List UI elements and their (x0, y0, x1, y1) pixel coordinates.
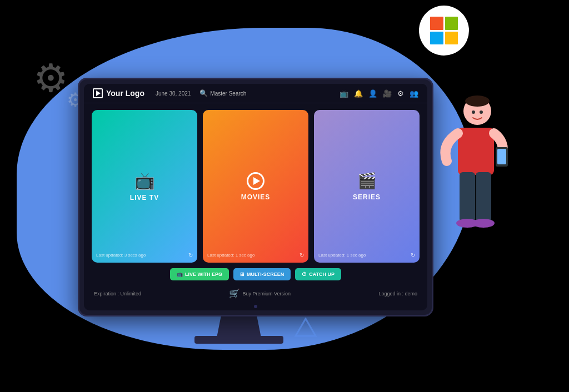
user-icon[interactable]: 👤 (368, 89, 377, 98)
movies-play-circle (247, 172, 264, 190)
person-illustration (425, 89, 513, 280)
settings-icon[interactable]: ⚙ (397, 89, 404, 98)
action-buttons-row: 📺 LIVE WITH EPG ⊞ MULTI-SCREEN ⏱ CATCH U… (92, 268, 420, 280)
screen: Your Logo June 30, 2021 🔍 Master Search … (84, 84, 427, 310)
live-tv-refresh-icon: ↻ (188, 252, 193, 258)
live-tv-label: LIVE TV (130, 194, 159, 202)
svg-point-2 (465, 96, 490, 107)
monitor-stand (217, 315, 261, 338)
svg-marker-0 (296, 319, 316, 336)
svg-rect-7 (476, 172, 491, 222)
logo-text: Your Logo (106, 89, 144, 98)
gear-decoration-1: ⚙ (33, 56, 68, 101)
logged-in-text: Logged in : demo (378, 291, 417, 296)
expiration-text: Expiration : Unlimited (94, 291, 141, 296)
live-epg-button[interactable]: 📺 LIVE WITH EPG (170, 268, 229, 280)
search-area[interactable]: 🔍 Master Search (199, 89, 246, 97)
catch-up-label: CATCH UP (309, 272, 335, 277)
monitor: Your Logo June 30, 2021 🔍 Master Search … (78, 78, 433, 316)
svg-rect-3 (458, 128, 494, 175)
series-refresh-icon: ↻ (411, 252, 415, 258)
svg-point-11 (480, 110, 483, 114)
windows-logo-icon (430, 17, 458, 44)
multi-screen-icon: ⊞ (240, 272, 244, 277)
triangle-decoration (295, 318, 317, 339)
user-plus-icon[interactable]: 👥 (410, 89, 418, 98)
footer-info: Expiration : Unlimited 🛒 Buy Premium Ver… (92, 286, 420, 301)
buy-premium-area[interactable]: 🛒 Buy Premium Version (229, 288, 291, 299)
svg-point-9 (472, 219, 495, 228)
multi-screen-label: MULTI-SCREEN (247, 272, 284, 277)
live-tv-icon: 📺 (134, 171, 155, 190)
windows-badge (419, 6, 469, 56)
series-update-text: Last updated: 1 sec ago (318, 253, 366, 258)
multi-screen-button[interactable]: ⊞ MULTI-SCREEN (233, 268, 291, 280)
series-label: SERIES (353, 193, 381, 201)
movies-refresh-icon: ↻ (300, 252, 304, 258)
svg-rect-5 (497, 149, 506, 164)
bell-icon[interactable]: 🔔 (354, 89, 363, 98)
screen-dot (254, 305, 257, 308)
tv-icon[interactable]: 📺 (340, 89, 348, 98)
catch-up-icon: ⏱ (302, 272, 307, 277)
svg-point-10 (472, 110, 475, 114)
card-movies[interactable]: MOVIES Last updated: 1 sec ago ↻ (203, 110, 308, 263)
series-updated: Last updated: 1 sec ago ↻ (318, 252, 415, 258)
app-header: Your Logo June 30, 2021 🔍 Master Search … (84, 84, 427, 103)
buy-premium-text: Buy Premium Version (242, 291, 291, 296)
svg-rect-6 (460, 172, 475, 222)
date-display: June 30, 2021 (156, 91, 191, 97)
catch-up-button[interactable]: ⏱ CATCH UP (295, 268, 341, 280)
cart-icon: 🛒 (229, 288, 240, 299)
live-tv-update-text: Last updated: 3 secs ago (96, 253, 146, 258)
series-icon: 🎬 (357, 172, 377, 190)
movies-play-icon (253, 177, 260, 185)
main-content: 📺 LIVE TV Last updated: 3 secs ago ↻ MOV… (84, 103, 427, 305)
search-icon: 🔍 (199, 89, 208, 97)
card-series[interactable]: 🎬 SERIES Last updated: 1 sec ago ↻ (314, 110, 420, 263)
movies-updated: Last updated: 1 sec ago ↻ (207, 252, 304, 258)
movies-label: MOVIES (241, 193, 271, 201)
play-icon (96, 91, 101, 96)
live-epg-icon: 📺 (177, 272, 183, 277)
live-tv-updated: Last updated: 3 secs ago ↻ (96, 252, 193, 258)
movies-update-text: Last updated: 1 sec ago (207, 253, 254, 258)
video-icon[interactable]: 🎥 (383, 89, 392, 98)
header-icons: 📺 🔔 👤 🎥 ⚙ 👥 (340, 89, 418, 98)
search-label: Master Search (210, 91, 246, 97)
cards-row: 📺 LIVE TV Last updated: 3 secs ago ↻ MOV… (92, 110, 420, 263)
card-live-tv[interactable]: 📺 LIVE TV Last updated: 3 secs ago ↻ (92, 110, 197, 263)
logo-icon (93, 88, 103, 98)
logo-area: Your Logo (93, 88, 144, 98)
monitor-base (194, 336, 283, 344)
live-epg-label: LIVE WITH EPG (185, 272, 222, 277)
